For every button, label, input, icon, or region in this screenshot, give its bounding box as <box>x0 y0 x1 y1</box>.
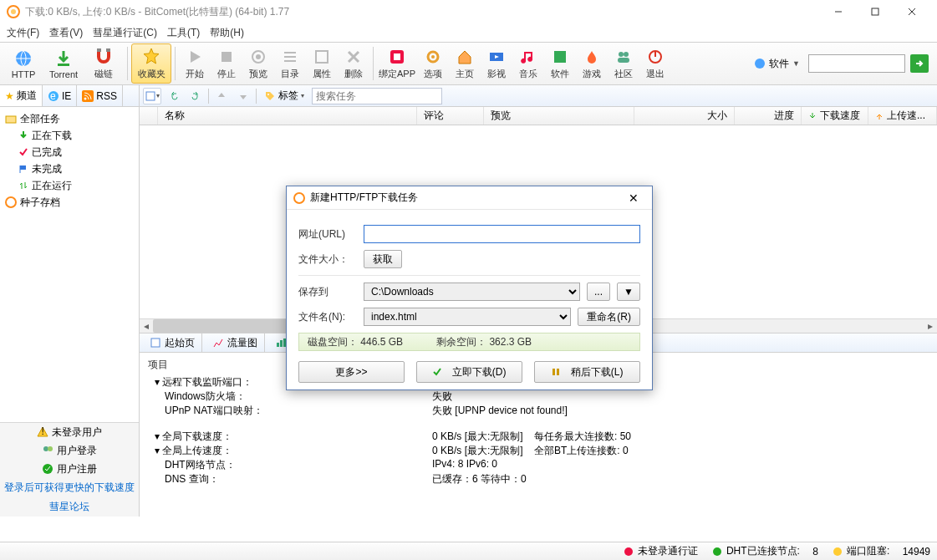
tree-all[interactable]: 全部任务 <box>0 110 139 127</box>
svg-rect-39 <box>6 116 16 123</box>
titlebar: 下载:0 KB/s, 上传:0 KB/s - BitComet(比特彗星) (6… <box>0 0 937 23</box>
tb-http[interactable]: HTTP <box>3 43 43 84</box>
saveto-select[interactable]: C:\Downloads <box>364 283 580 301</box>
col-dlspeed[interactable]: 下载速度 <box>802 107 868 125</box>
tb-exit[interactable]: 退出 <box>639 43 671 84</box>
svg-text:!: ! <box>42 426 44 437</box>
tree-undone[interactable]: 未完成 <box>0 160 139 177</box>
col-name[interactable]: 名称 <box>158 107 417 125</box>
saveto-menu-button[interactable]: ▼ <box>617 283 640 301</box>
svg-point-22 <box>431 55 435 59</box>
menu-help[interactable]: 帮助(H) <box>210 26 244 40</box>
filename-select[interactable]: index.html <box>364 308 571 326</box>
btab-traffic[interactable]: 流量图 <box>206 333 265 352</box>
new-task-button[interactable]: ▾ <box>143 88 161 104</box>
pause-icon <box>551 367 561 377</box>
svg-rect-40 <box>20 165 26 170</box>
tab-ie[interactable]: eIE <box>43 85 77 106</box>
more-button[interactable]: 更多>> <box>298 361 405 383</box>
undo-button[interactable] <box>165 88 183 104</box>
up-button[interactable] <box>212 88 231 104</box>
tb-start[interactable]: 开始 <box>179 43 211 84</box>
tb-delete[interactable]: 删除 <box>338 43 369 84</box>
tb-torrent[interactable]: Torrent <box>43 43 84 84</box>
tb-favorites[interactable]: 收藏夹 <box>131 43 171 84</box>
svg-rect-14 <box>284 56 296 58</box>
tab-rss[interactable]: RSS <box>77 85 123 106</box>
col-progress[interactable]: 进度 <box>735 107 802 125</box>
go-button[interactable] <box>910 54 929 73</box>
tree-done[interactable]: 已完成 <box>0 144 139 160</box>
btab-startpage[interactable]: 起始页 <box>143 333 202 352</box>
get-size-button[interactable]: 获取 <box>364 250 402 268</box>
maximize-button[interactable] <box>857 1 894 23</box>
sf-forum[interactable]: 彗星论坛 <box>0 497 139 517</box>
flag-icon <box>18 164 28 174</box>
menu-tools[interactable]: 工具(T) <box>167 26 200 40</box>
tb-options[interactable]: 选项 <box>417 43 449 84</box>
sf-login[interactable]: 用户登录 <box>0 441 139 460</box>
menu-file[interactable]: 文件(F) <box>7 26 39 40</box>
sidebar-footer: !未登录用户 用户登录 用户注册 登录后可获得更快的下载速度 彗星论坛 <box>0 422 139 517</box>
download-now-button[interactable]: 立即下载(D) <box>416 361 522 383</box>
dialog-titlebar[interactable]: 新建HTTP/FTP下载任务 ✕ <box>287 186 652 210</box>
sf-tip[interactable]: 登录后可获得更快的下载速度 <box>0 478 139 497</box>
tb-stop[interactable]: 停止 <box>211 43 242 84</box>
tb-home[interactable]: 主页 <box>449 43 481 84</box>
tb-properties[interactable]: 属性 <box>306 43 338 84</box>
svg-rect-20 <box>394 53 400 60</box>
sf-register[interactable]: 用户注册 <box>0 460 139 478</box>
updown-icon <box>18 181 28 191</box>
tb-bindapp[interactable]: 绑定APP <box>377 43 417 84</box>
col-icon[interactable] <box>140 107 158 125</box>
download-later-button[interactable]: 稍后下载(L) <box>534 361 640 383</box>
svg-point-26 <box>624 52 629 57</box>
col-ulspeed[interactable]: 上传速... <box>868 107 937 125</box>
down-green-icon <box>808 112 817 120</box>
stop-icon <box>216 47 237 67</box>
search-input[interactable] <box>316 90 441 102</box>
chart-icon <box>212 337 224 349</box>
redo-button[interactable] <box>186 88 205 104</box>
url-input[interactable] <box>364 225 640 243</box>
tree-seed[interactable]: 种子存档 <box>0 194 139 211</box>
svg-point-1 <box>11 9 16 14</box>
svg-point-36 <box>267 94 269 95</box>
tb-community[interactable]: 社区 <box>608 43 639 84</box>
browse-button[interactable]: ... <box>587 283 610 301</box>
col-comment[interactable]: 评论 <box>417 107 484 125</box>
play-icon <box>185 47 205 67</box>
dialog-close-button[interactable]: ✕ <box>622 188 645 208</box>
menu-view[interactable]: 查看(V) <box>49 26 83 40</box>
minimize-button[interactable] <box>820 1 857 23</box>
search-box[interactable] <box>312 88 442 104</box>
col-size[interactable]: 大小 <box>634 107 735 125</box>
tb-software[interactable]: 软件 <box>544 43 576 84</box>
rename-button[interactable]: 重命名(R) <box>578 308 640 326</box>
tb-list[interactable]: 目录 <box>274 43 306 84</box>
tab-channel[interactable]: ★频道 <box>0 85 43 106</box>
dialog-title: 新建HTTP/FTP下载任务 <box>310 191 418 205</box>
stats-icon <box>275 337 287 349</box>
tree-downloading[interactable]: 正在下载 <box>0 127 139 144</box>
close-button[interactable] <box>894 1 930 23</box>
col-preview[interactable]: 预览 <box>484 107 634 125</box>
svg-point-12 <box>256 54 261 59</box>
software-dropdown[interactable]: 软件 ▼ <box>751 55 803 73</box>
tb-magnet[interactable]: 磁链 <box>84 43 124 84</box>
status-passport[interactable]: 未登录通行证 <box>624 544 698 558</box>
search-combo[interactable] <box>808 54 905 73</box>
scroll-right[interactable]: ▸ <box>924 319 937 333</box>
tb-game[interactable]: 游戏 <box>576 43 608 84</box>
scroll-left[interactable]: ◂ <box>140 319 153 333</box>
toolbar-right: 软件 ▼ <box>751 54 934 73</box>
app-icon <box>387 47 407 67</box>
menu-passport[interactable]: 彗星通行证(C) <box>93 26 157 40</box>
tb-video[interactable]: 影视 <box>481 43 512 84</box>
tb-preview[interactable]: 预览 <box>242 43 274 84</box>
tree-running[interactable]: 正在运行 <box>0 177 139 194</box>
tag-button[interactable]: 标签▾ <box>260 88 308 104</box>
tb-music[interactable]: 音乐 <box>512 43 544 84</box>
svg-rect-33 <box>82 90 94 102</box>
down-button[interactable] <box>234 88 252 104</box>
